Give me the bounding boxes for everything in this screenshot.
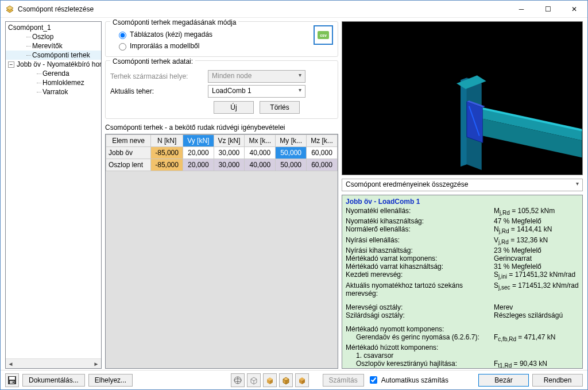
col-mz[interactable]: Mz [k... (307, 135, 338, 147)
save-button[interactable] (5, 373, 19, 387)
app-icon (5, 5, 14, 14)
documentation-button[interactable]: Dokumentálás... (22, 374, 85, 387)
radio-import-input[interactable] (119, 43, 126, 51)
tree-item-gerenda[interactable]: Gerenda (6, 69, 101, 78)
delete-button[interactable]: Törlés (260, 101, 300, 114)
grid-row[interactable]: Oszlop lent -85,000 20,000 30,000 40,000… (106, 159, 338, 171)
result-line: Oszlopöv keresztirányú hajlítása:Ft1,Rd … (346, 360, 579, 369)
result-line: Nyírási kihasználtság:23 % Megfelelő (346, 246, 579, 254)
result-line: Kezdeti merevség:Sj,ini = 171451,32 kNm/… (346, 271, 579, 281)
view-solid1-button[interactable] (263, 373, 277, 387)
result-line: Gerendaöv és gerinc nyomása (6.2.6.7):Fc… (346, 333, 579, 343)
place-button[interactable]: Elhelyez... (88, 374, 133, 387)
radio-manual-input[interactable] (119, 32, 126, 39)
tree-item-varratok[interactable]: Varratok (6, 87, 101, 96)
view-globe-button[interactable] (231, 373, 245, 387)
tree-hscroll[interactable]: ◄ ► (6, 358, 101, 368)
origin-select: Minden node (208, 70, 305, 83)
grid-title: Csomóponti terhek - a bekötő rudak rúdvé… (105, 123, 338, 132)
tree-item-csomoponti-terhek[interactable]: Csomóponti terhek (6, 51, 101, 60)
close-button[interactable]: ✕ (561, 1, 587, 18)
csv-icon: csv (318, 31, 329, 39)
loads-grid[interactable]: Elem neve N [kN] Vy [kN] Vz [kN] Mx [k..… (105, 134, 338, 369)
loads-mode-label: Csomóponti terhek megadásának módja (110, 18, 238, 26)
results-summary-select[interactable]: Csomópont eredményeinek összegzése (342, 179, 583, 191)
save-icon (7, 376, 17, 385)
radio-manual[interactable]: Táblázatos (kézi) megadás (110, 29, 333, 40)
col-vy[interactable]: Vy [kN] (183, 135, 214, 147)
origin-label: Terhek származási helye: (110, 72, 208, 80)
tree-item-merevitok[interactable]: Merevítők (6, 41, 101, 51)
auto-calc-checkbox[interactable]: Automatikus számítás (368, 374, 448, 385)
tree-item-homloklemez[interactable]: Homloklemez (6, 78, 101, 87)
col-my[interactable]: My [k... (276, 135, 307, 147)
svg-rect-15 (13, 381, 14, 383)
expander-icon[interactable]: − (8, 61, 14, 68)
calculate-button: Számítás (323, 374, 364, 387)
result-line: Mértékadó húzott komponens: (346, 343, 579, 352)
results-panel[interactable]: Jobb öv - LoadComb 1 Nyomatéki ellenállá… (342, 195, 583, 369)
titlebar[interactable]: Csomópont részletezése ─ ☐ ✕ (1, 1, 587, 18)
view-solid2-button[interactable] (279, 373, 293, 387)
loads-mode-group: Csomóponti terhek megadásának módja Tábl… (105, 21, 338, 57)
ok-button[interactable]: Rendben (532, 374, 583, 387)
result-line: Aktuális nyomatékhoz tartozó szekáns mer… (346, 281, 579, 298)
maximize-button[interactable]: ☐ (535, 1, 561, 18)
statusbar: Dokumentálás... Elhelyez... Számítás Aut… (1, 370, 587, 389)
new-button[interactable]: Új (214, 101, 254, 114)
load-data-label: Csomóponti terhek adatai: (110, 57, 195, 65)
col-elem[interactable]: Elem neve (106, 135, 151, 147)
scroll-left-icon[interactable]: ◄ (6, 359, 16, 368)
joint-3d-icon (342, 22, 582, 175)
auto-calc-input[interactable] (370, 376, 377, 384)
scroll-right-icon[interactable]: ► (91, 359, 101, 368)
current-load-label: Aktuális teher: (110, 87, 208, 95)
results-title: Jobb öv - LoadComb 1 (346, 198, 579, 206)
window-title: Csomópont részletezése (18, 5, 508, 13)
result-line: Szilárdsági osztály:Részleges szilárdság… (346, 311, 579, 319)
minimize-button[interactable]: ─ (508, 1, 535, 18)
radio-import[interactable]: Improrálás a modellből (110, 40, 333, 52)
result-line: 1. csavarsor (346, 352, 579, 360)
view-wire-button[interactable] (247, 373, 261, 387)
result-line: Mértékadó varrat kihasználtság:31 % Megf… (346, 262, 579, 271)
3d-viewport[interactable] (342, 21, 583, 175)
csv-export-button[interactable]: csv (314, 25, 333, 45)
col-n[interactable]: N [kN] (151, 135, 183, 147)
svg-marker-3 (461, 78, 467, 167)
svg-line-20 (251, 379, 254, 381)
result-line: Nyomatéki ellenállás:Mj,Rd = 105,52 kNm (346, 207, 579, 217)
svg-rect-13 (9, 377, 15, 380)
view-cube-group (231, 373, 309, 387)
result-line: Mértékadó varrat komponens:Gerincvarrat (346, 254, 579, 262)
result-line: Normálerő ellenállás:Nj,Rd = 1414,41 kN (346, 225, 579, 235)
tree-root[interactable]: Csomópont_1 (6, 23, 101, 32)
close-dialog-button[interactable]: Bezár (478, 374, 529, 387)
col-mx[interactable]: Mx [k... (245, 135, 276, 147)
result-line: Mértékadó nyomott komponens: (346, 325, 579, 333)
result-line: Nyírási ellenállás:Vj,Rd = 132,36 kN (346, 236, 579, 246)
result-line: Merevségi osztály:Merev (346, 303, 579, 311)
view-solid3-button[interactable] (295, 373, 309, 387)
tree-pane[interactable]: Csomópont_1 Oszlop Merevítők Csomóponti … (5, 21, 102, 369)
svg-line-21 (254, 379, 257, 381)
result-line: Nyomatéki kihasználtság:47 % Megfelelő (346, 217, 579, 225)
tree-item-jobb-ov[interactable]: −Jobb öv - Nyomatékbíró hom (6, 60, 101, 69)
grid-header-row[interactable]: Elem neve N [kN] Vy [kN] Vz [kN] Mx [k..… (106, 135, 338, 147)
grid-row[interactable]: Jobb öv -85,000 20,000 30,000 40,000 50,… (106, 147, 338, 159)
tree-item-oszlop[interactable]: Oszlop (6, 32, 101, 41)
current-load-select[interactable]: LoadComb 1 (208, 85, 305, 98)
col-vz[interactable]: Vz [kN] (214, 135, 245, 147)
load-data-group: Csomóponti terhek adatai: Terhek származ… (105, 60, 338, 119)
